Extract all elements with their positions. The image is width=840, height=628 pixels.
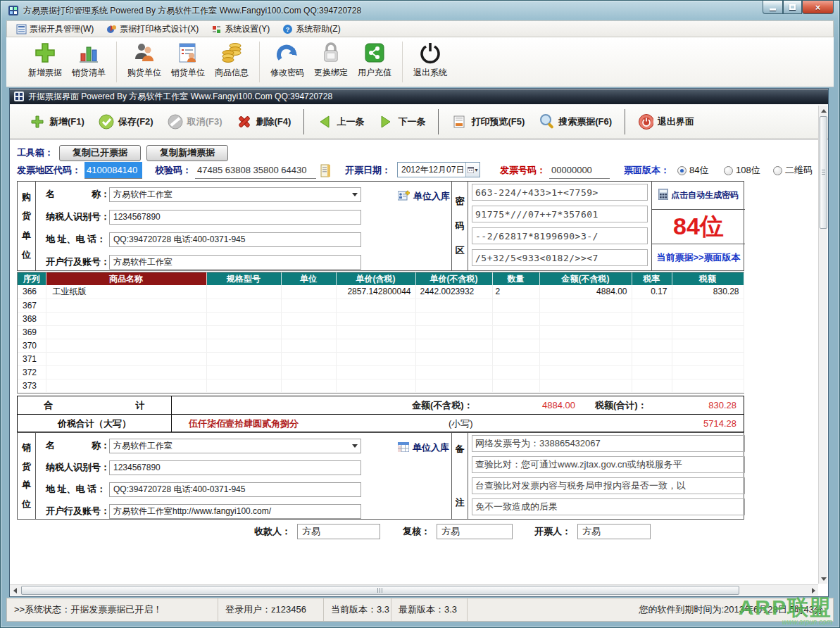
purchaser-name-combo[interactable]: 方易软件工作室: [109, 187, 361, 202]
seller-bank-label: 开户行及账号：: [36, 505, 109, 517]
col-unit[interactable]: 单位: [281, 272, 336, 285]
password-line-1[interactable]: 663-224/+433>1+<7759>: [472, 184, 648, 201]
remark-line-3[interactable]: 台查验比对发票内容与税务局申报内容是否一致，以: [472, 477, 745, 494]
rebind-button[interactable]: 更换绑定: [309, 40, 353, 79]
col-price-notax[interactable]: 单价(不含税): [415, 272, 492, 285]
prev-record-button[interactable]: 上一条: [310, 111, 371, 132]
menu-system-help[interactable]: ? 系统帮助(Z): [276, 22, 346, 37]
col-rate[interactable]: 税率: [632, 272, 672, 285]
scroll-left-arrow[interactable]: [10, 585, 20, 596]
calendar-dropdown-icon[interactable]: ▾: [465, 163, 479, 177]
change-password-button[interactable]: 修改密码: [265, 40, 309, 79]
password-line-3[interactable]: --2/62817*8199690>3-/: [472, 227, 648, 244]
horizontal-scroll-thumb[interactable]: [21, 586, 739, 595]
seller-name-combo[interactable]: 方易软件工作室: [109, 439, 361, 453]
check-code-label: 校验码：: [155, 162, 192, 179]
vertical-scrollbar[interactable]: [818, 106, 827, 584]
new-button[interactable]: 新增(F1): [23, 111, 92, 132]
notepad-icon[interactable]: [320, 162, 331, 179]
purchaser-taxid-input[interactable]: 1234567890: [109, 210, 361, 225]
table-row[interactable]: 368: [18, 312, 744, 325]
invoice-no-label: 发票号码：: [500, 162, 546, 179]
chevron-down-icon: [352, 193, 358, 196]
buyer-units-icon: [132, 40, 157, 65]
seller-units-button[interactable]: 销货单位: [166, 40, 210, 79]
exit-system-button[interactable]: 退出系统: [408, 40, 452, 79]
gen-password-button[interactable]: 点击自动生成密码: [652, 182, 745, 210]
seller-taxid-label: 纳税人识别号：: [36, 461, 109, 474]
table-row[interactable]: 373: [18, 379, 744, 392]
add-invoice-button[interactable]: 新增票据: [23, 40, 67, 79]
table-row[interactable]: 366工业纸版2857.1428000442442.002393224884.0…: [18, 285, 744, 299]
invoice-date-picker[interactable]: 2012年12月07日 ▾: [397, 162, 480, 177]
vertical-scroll-thumb[interactable]: [820, 116, 827, 229]
save-button[interactable]: 保存(F2): [92, 111, 161, 132]
table-row[interactable]: 371: [18, 352, 744, 365]
search-invoice-button[interactable]: 搜索票据(F6): [532, 111, 619, 132]
sales-list-button[interactable]: 销货清单: [67, 40, 111, 79]
minimize-icon: [770, 8, 776, 11]
col-seq[interactable]: 序列: [18, 272, 46, 285]
unit-card-add-icon: [398, 190, 410, 203]
scroll-down-arrow[interactable]: [819, 574, 828, 584]
print-preview-button[interactable]: 打印预览(F5): [444, 111, 532, 132]
seller-addr-input[interactable]: QQ:394720728 电话:400-0371-945: [109, 482, 361, 497]
col-qty[interactable]: 数量: [492, 272, 539, 285]
radio-qrcode[interactable]: 二维码: [773, 162, 813, 179]
seller-units-icon: [175, 40, 201, 65]
seller-bank-input[interactable]: 方易软件工作室http://www.fangyi100.com/: [109, 504, 361, 519]
drawer-input[interactable]: 方易: [577, 524, 651, 539]
current-invoice-version-link[interactable]: 当前票据>>票面版本: [652, 244, 745, 270]
menu-print-format-design[interactable]: 票据打印格式设计(X): [100, 22, 205, 37]
area-code-input[interactable]: 4100084140: [84, 162, 142, 179]
seller-taxid-input[interactable]: 1234567890: [109, 460, 361, 475]
col-amount[interactable]: 金额(不含税): [539, 272, 632, 285]
col-name[interactable]: 商品名称: [46, 272, 206, 285]
menu-system-settings[interactable]: 系统设置(Y): [205, 22, 276, 37]
check-code-input[interactable]: 47485 63808 35800 64430: [195, 162, 316, 179]
radio-84[interactable]: 84位: [677, 162, 708, 179]
save-check-icon: [99, 114, 114, 130]
purchaser-addr-input[interactable]: QQ:394720728 电话:400-0371-945: [109, 232, 361, 247]
payee-input[interactable]: 方易: [297, 524, 380, 539]
horizontal-scrollbar[interactable]: [10, 584, 818, 596]
remark-line-4[interactable]: 免不一致造成的后果: [472, 498, 745, 515]
radio-108[interactable]: 108位: [724, 162, 760, 179]
col-tax[interactable]: 税额: [672, 272, 744, 285]
invoice-window-titlebar: 开据票据界面 Powered By 方易软件工作室 Www.Fangyi100.…: [10, 89, 828, 104]
purchaser-bank-input[interactable]: 方易软件工作室: [109, 255, 361, 270]
table-row[interactable]: 367: [18, 299, 744, 312]
cancel-button[interactable]: 取消(F3): [161, 111, 230, 132]
review-input[interactable]: 方易: [437, 524, 513, 539]
purchaser-store-button[interactable]: 单位入库: [398, 190, 450, 203]
close-button[interactable]: ×: [802, 1, 834, 14]
col-spec[interactable]: 规格型号: [206, 272, 281, 285]
remark-line-2[interactable]: 查验比对：您可通过www.zjtax.gov.cn或纳税服务平: [472, 456, 745, 473]
seller-store-button[interactable]: 单位入库: [398, 441, 449, 454]
table-row[interactable]: 370: [18, 339, 744, 352]
copy-opened-invoice-button[interactable]: 复制已开票据: [59, 145, 141, 161]
maximize-button[interactable]: [783, 1, 802, 14]
caps-total-label: 价税合计（大写）: [18, 415, 172, 432]
scroll-right-arrow[interactable]: [808, 585, 818, 596]
invoice-no-input[interactable]: 00000000: [549, 162, 610, 179]
goods-info-button[interactable]: 商品信息: [210, 40, 253, 79]
password-line-2[interactable]: 91775*///07++7*357601: [472, 206, 648, 222]
buyer-units-button[interactable]: 购货单位: [123, 40, 166, 79]
table-row[interactable]: 369: [18, 325, 744, 339]
face-version-label: 票面版本：: [624, 162, 670, 179]
recharge-button[interactable]: 用户充值: [353, 40, 396, 79]
delete-button[interactable]: 删除(F4): [230, 111, 299, 132]
table-row[interactable]: 372: [18, 365, 744, 379]
minimize-button[interactable]: [763, 1, 783, 14]
remark-line-1[interactable]: 网络发票号为：338865432067: [472, 435, 745, 452]
radio-dot: [677, 166, 687, 175]
password-line-4[interactable]: /5+32/5<933<0182/>><7: [472, 249, 648, 266]
menu-ticket-manage[interactable]: 票据开具管理(W): [10, 22, 100, 37]
copy-new-invoice-button[interactable]: 复制新增票据: [146, 145, 228, 161]
exit-interface-button[interactable]: 退出界面: [631, 111, 701, 132]
col-price-tax[interactable]: 单价(含税): [336, 272, 415, 285]
statusbar: >>系统状态：开据发票票据已开启！ 登录用户：z123456 当前版本：3.3 …: [6, 598, 834, 622]
scroll-up-arrow[interactable]: [819, 106, 828, 115]
next-record-button[interactable]: 下一条: [371, 111, 432, 132]
